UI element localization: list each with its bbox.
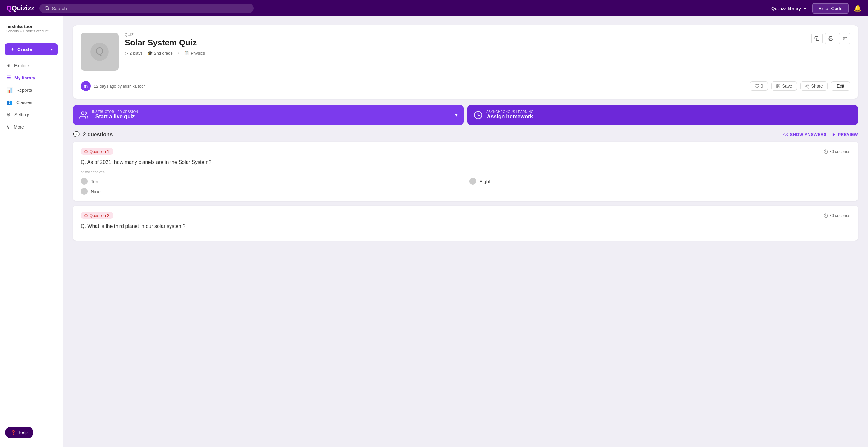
question-dot [85, 150, 88, 153]
library-selector[interactable]: Quizizz library [771, 6, 807, 11]
save-button[interactable]: Save [771, 81, 797, 91]
answer-option: Eight [469, 178, 850, 185]
quiz-card: Q QUIZ Solar System Quiz ▷ 2 plays 🎓 2nd… [73, 25, 858, 99]
search-icon [44, 6, 49, 11]
question-icon: ❓ [11, 430, 16, 435]
question-dot [85, 214, 88, 217]
question-1-text: Q. As of 2021, how many planets are in t… [81, 159, 850, 165]
start-live-quiz-button[interactable]: INSTRUCTOR-LED SESSION Start a live quiz… [73, 105, 464, 125]
classes-icon: 👥 [6, 99, 12, 105]
svg-line-10 [807, 85, 808, 86]
print-button[interactable] [825, 33, 836, 44]
question-2-timer: 30 seconds [824, 213, 851, 218]
quiz-subject: 📋 Physics [184, 51, 205, 56]
svg-rect-5 [830, 39, 832, 40]
sidebar-label-my-library: My library [14, 75, 35, 80]
create-button[interactable]: ＋ Create ▾ [5, 43, 58, 56]
enter-code-button[interactable]: Enter Code [812, 3, 849, 13]
subject-icon: 📋 [184, 51, 189, 56]
answer-text: Eight [479, 179, 490, 184]
quiz-footer: m 12 days ago by mishika toor 0 Save [81, 76, 850, 91]
quiz-author: m 12 days ago by mishika toor [81, 81, 145, 91]
svg-point-6 [808, 84, 809, 85]
answer-option: Nine [81, 188, 462, 195]
sidebar-label-reports: Reports [17, 88, 32, 93]
assign-homework-button[interactable]: ASYNCHRONOUS LEARNING Assign homework [467, 105, 858, 125]
main-layout: mishika toor Schools & Districts account… [0, 17, 868, 447]
reports-icon: 📊 [6, 87, 12, 93]
sidebar-label-classes: Classes [17, 100, 32, 105]
show-answers-button[interactable]: SHOW ANSWERS [783, 132, 827, 137]
grade-icon: 🎓 [148, 51, 153, 56]
sidebar-user-role: Schools & Districts account [6, 29, 56, 33]
answer-text: Ten [91, 179, 98, 184]
search-input[interactable] [52, 6, 249, 11]
sidebar-user-info: mishika toor Schools & Districts account [0, 22, 63, 38]
quiz-info: QUIZ Solar System Quiz ▷ 2 plays 🎓 2nd g… [125, 33, 805, 57]
questions-count: 💬 2 questions [73, 131, 113, 138]
sidebar-item-more[interactable]: ∨ More [0, 121, 63, 133]
answer-choices-label-1: answer choices [81, 170, 850, 174]
play-icon [832, 132, 836, 137]
notification-bell-icon[interactable]: 🔔 [854, 4, 862, 12]
search-bar[interactable] [39, 4, 254, 13]
heart-icon [754, 84, 759, 89]
logo: QQuizizz [6, 4, 34, 12]
quiz-thumbnail: Q [81, 33, 119, 70]
users-icon [80, 111, 88, 119]
play-icon: ▷ [125, 51, 128, 56]
svg-point-8 [808, 87, 809, 88]
svg-point-7 [805, 85, 807, 87]
svg-point-13 [785, 134, 786, 135]
answer-option: Ten [81, 178, 462, 185]
clock-icon [824, 213, 828, 218]
quiz-days-ago: 12 days ago by [94, 84, 122, 89]
quiz-thumbnail-image: Q [88, 40, 111, 63]
question-1-badge: Question 1 [81, 148, 113, 155]
delete-button[interactable] [839, 33, 850, 44]
question-2-badge: Question 2 [81, 212, 113, 219]
share-button[interactable]: Share [800, 81, 828, 91]
answer-circle [469, 178, 476, 185]
questions-section: 💬 2 questions SHOW ANSWERS PREVIEW [73, 131, 858, 240]
quiz-card-actions [811, 33, 850, 44]
sidebar-label-more: More [14, 124, 24, 129]
sidebar-item-settings[interactable]: ⚙ Settings [0, 109, 63, 121]
sidebar: mishika toor Schools & Districts account… [0, 17, 63, 447]
explore-icon: ⊞ [6, 62, 10, 68]
svg-marker-14 [832, 133, 835, 136]
sidebar-item-explore[interactable]: ⊞ Explore [0, 59, 63, 71]
quiz-footer-actions: 0 Save Share Edit [750, 81, 850, 91]
help-button[interactable]: ❓ Help [5, 427, 33, 438]
preview-button[interactable]: PREVIEW [832, 132, 858, 137]
svg-text:Q: Q [95, 46, 103, 57]
sidebar-label-settings: Settings [14, 112, 31, 117]
sidebar-item-my-library[interactable]: ☰ My library [0, 71, 63, 84]
copy-icon [814, 36, 819, 41]
question-card-2: Question 2 30 seconds Q. What is the thi… [73, 206, 858, 240]
svg-rect-4 [816, 38, 819, 41]
sidebar-username: mishika toor [6, 24, 56, 29]
settings-icon: ⚙ [6, 112, 11, 118]
chevron-down-icon: ∨ [6, 124, 10, 130]
quiz-plays: ▷ 2 plays [125, 51, 143, 56]
quiz-type-label: QUIZ [125, 33, 805, 36]
chevron-down-icon [803, 6, 807, 10]
question-1-header: Question 1 30 seconds [81, 148, 850, 155]
svg-line-9 [807, 86, 808, 87]
sidebar-bottom: ❓ Help [0, 423, 63, 442]
avatar: m [81, 81, 91, 91]
answer-circle [81, 178, 88, 185]
library-icon: ☰ [6, 75, 11, 81]
edit-button[interactable]: Edit [831, 81, 850, 91]
topnav-right: Quizizz library Enter Code 🔔 [771, 3, 862, 13]
like-button[interactable]: 0 [750, 81, 768, 91]
questions-header-actions: SHOW ANSWERS PREVIEW [783, 132, 858, 137]
questions-icon: 💬 [73, 131, 80, 138]
print-icon [828, 36, 833, 41]
sidebar-item-classes[interactable]: 👥 Classes [0, 96, 63, 109]
copy-button[interactable] [811, 33, 823, 44]
question-2-header: Question 2 30 seconds [81, 212, 850, 219]
sidebar-item-reports[interactable]: 📊 Reports [0, 84, 63, 96]
svg-line-1 [48, 9, 49, 10]
